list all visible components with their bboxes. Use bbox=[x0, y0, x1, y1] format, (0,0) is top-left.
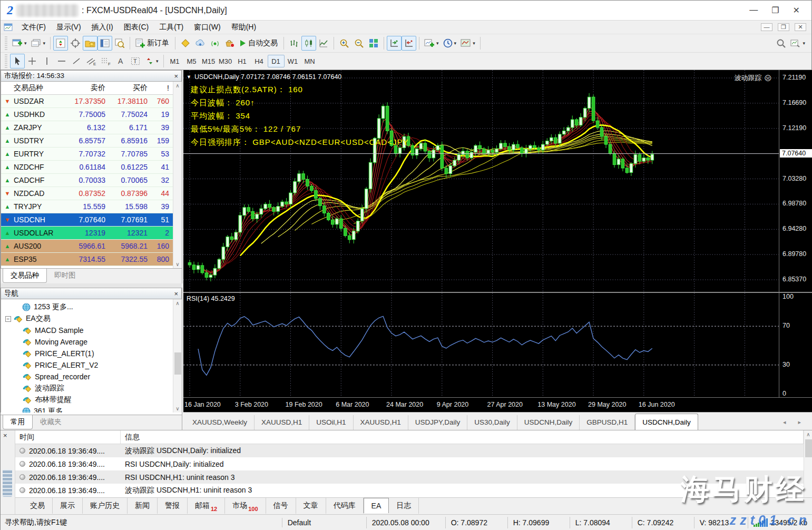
tree-item-5[interactable]: PRICE_ALERT_V2 bbox=[1, 359, 173, 371]
navigator-toggle[interactable] bbox=[83, 36, 97, 51]
profiles-button[interactable]: ▾ bbox=[29, 36, 48, 51]
autotrading-button[interactable]: 自动交易 bbox=[237, 36, 281, 51]
cloud-button[interactable] bbox=[193, 36, 208, 51]
scroll-thumb[interactable] bbox=[174, 352, 181, 375]
rsi-subwindow[interactable]: RSI(14) 45.2429 10070300 bbox=[183, 292, 812, 397]
chart-shift-button[interactable] bbox=[402, 36, 416, 51]
market-watch-row-nzdcad[interactable]: ▼NZDCAD0.873520.8739644 bbox=[1, 187, 182, 200]
menu-item-4[interactable]: 工具(T) bbox=[154, 22, 189, 32]
text-tool[interactable]: A bbox=[113, 54, 128, 68]
chart-tab-5[interactable]: US30,Daily bbox=[467, 415, 517, 430]
mdi-close-button[interactable]: ✕ bbox=[795, 23, 806, 31]
terminal-col-0[interactable]: 时间 bbox=[15, 430, 121, 444]
mdi-minimize-button[interactable]: — bbox=[761, 23, 772, 31]
bar-chart-button[interactable] bbox=[287, 36, 301, 51]
terminal-scrollbar[interactable]: ∧ bbox=[804, 430, 812, 498]
terminal-tab-日志[interactable]: 日志 bbox=[389, 498, 419, 514]
scroll-down-icon[interactable]: ∨ bbox=[175, 406, 179, 411]
collapse-indicator-icon[interactable]: ▼ bbox=[187, 74, 191, 80]
arrows-tool[interactable]: ▾ bbox=[143, 54, 161, 68]
search-button[interactable] bbox=[774, 36, 788, 51]
tab-scroll-arrows[interactable]: ◂ ▸ bbox=[777, 419, 812, 430]
terminal-log-row-1[interactable]: 2020.06.18 19:36:49....RSI USDCNH,Daily:… bbox=[15, 457, 804, 470]
market-watch-row-zarjpy[interactable]: ▲ZARJPY6.1326.17139 bbox=[1, 121, 182, 134]
tree-item-8[interactable]: 布林带提醒 bbox=[1, 394, 173, 406]
market-button[interactable] bbox=[222, 36, 237, 51]
zoom-out-button[interactable] bbox=[351, 36, 366, 51]
timeframe-m15[interactable]: M15 bbox=[200, 55, 217, 67]
menu-item-0[interactable]: 文件(F) bbox=[16, 22, 51, 32]
terminal-log-row-2[interactable]: 2020.06.18 19:36:49....RSI USDCNH,H1: un… bbox=[15, 470, 804, 484]
trendline-tool[interactable] bbox=[69, 54, 84, 68]
new-order-button[interactable]: 新订单 bbox=[133, 36, 172, 51]
market-watch-row-usdtry[interactable]: ▲USDTRY6.857576.85916159 bbox=[1, 134, 182, 148]
terminal-log-row-3[interactable]: 2020.06.18 19:36:49....波动跟踪 USDCNH,H1: u… bbox=[15, 484, 804, 497]
market-watch-row-usdollar[interactable]: ▲USDOLLAR12319123212 bbox=[1, 227, 182, 240]
fibonacci-tool[interactable]: F bbox=[99, 54, 113, 68]
close-button[interactable]: ✕ bbox=[793, 5, 800, 15]
chart-tab-0[interactable]: XAUUSD,Weekly bbox=[185, 415, 255, 430]
maximize-button[interactable]: ❐ bbox=[771, 5, 779, 15]
scroll-up-icon[interactable]: ∧ bbox=[175, 300, 179, 306]
market-watch-close-icon[interactable]: × bbox=[174, 72, 178, 80]
market-watch-row-nzdchf[interactable]: ▲NZDCHF0.611840.6122541 bbox=[1, 161, 182, 174]
sad-face-icon[interactable]: ☹ bbox=[764, 74, 771, 82]
navigator-tab-0[interactable]: 常用 bbox=[3, 415, 33, 429]
chart-tab-7[interactable]: GBPUSD,H1 bbox=[580, 415, 635, 430]
timeframe-h4[interactable]: H4 bbox=[251, 55, 268, 67]
terminal-tab-交易[interactable]: 交易 bbox=[23, 498, 53, 514]
terminal-col-1[interactable]: 信息 bbox=[121, 430, 804, 444]
menu-item-2[interactable]: 插入(I) bbox=[86, 22, 119, 32]
tree-item-0[interactable]: 1253 更多... bbox=[1, 301, 173, 313]
periods-button[interactable]: ▾ bbox=[441, 36, 459, 51]
timeframe-d1[interactable]: D1 bbox=[268, 55, 285, 67]
timeframe-h1[interactable]: H1 bbox=[234, 55, 251, 67]
channel-tool[interactable]: E bbox=[84, 54, 99, 68]
tree-item-2[interactable]: MACD Sample bbox=[1, 325, 173, 336]
scroll-up-icon[interactable]: ∧ bbox=[806, 431, 810, 437]
candlestick-plot[interactable] bbox=[183, 70, 779, 292]
tree-item-9[interactable]: 361 更多... bbox=[1, 406, 173, 413]
terminal-tab-代码库[interactable]: 代码库 bbox=[326, 498, 364, 514]
chart-tab-2[interactable]: USOil,H1 bbox=[309, 415, 353, 430]
metaeditor-button[interactable] bbox=[178, 36, 193, 51]
terminal-tab-邮箱[interactable]: 邮箱12 bbox=[188, 498, 225, 514]
new-chart-button[interactable]: ▾ bbox=[10, 36, 29, 51]
timeframe-mn[interactable]: MN bbox=[301, 55, 318, 67]
mdi-restore-button[interactable]: ❐ bbox=[778, 23, 789, 31]
col-bid[interactable]: 卖价 bbox=[66, 83, 110, 93]
menu-item-5[interactable]: 窗口(W) bbox=[189, 22, 226, 32]
terminal-grip[interactable] bbox=[3, 469, 12, 497]
market-watch-tab-1[interactable]: 即时图 bbox=[47, 269, 83, 282]
candle-chart-button[interactable] bbox=[301, 36, 316, 51]
market-watch-tab-0[interactable]: 交易品种 bbox=[3, 269, 47, 283]
timeframe-m30[interactable]: M30 bbox=[217, 55, 234, 67]
signals-button[interactable] bbox=[208, 36, 222, 51]
navigator-close-icon[interactable]: × bbox=[174, 290, 178, 298]
terminal-tab-市场[interactable]: 市场100 bbox=[225, 498, 266, 514]
market-watch-row-eurtry[interactable]: ▲EURTRY7.707327.7078553 bbox=[1, 148, 182, 161]
navigator-scrollbar[interactable]: ∧ ∨ bbox=[173, 299, 182, 413]
chart-tab-1[interactable]: XAUUSD,H1 bbox=[255, 415, 309, 430]
market-watch-scrollbar[interactable]: ∧ ∨ bbox=[173, 82, 182, 268]
timeframe-m1[interactable]: M1 bbox=[167, 55, 183, 67]
minimize-button[interactable]: — bbox=[749, 5, 758, 15]
hline-tool[interactable] bbox=[54, 54, 69, 68]
timeframe-w1[interactable]: W1 bbox=[285, 55, 301, 67]
menu-item-1[interactable]: 显示(V) bbox=[51, 22, 86, 32]
chart-tab-4[interactable]: USDJPY,Daily bbox=[408, 415, 467, 430]
vline-tool[interactable] bbox=[40, 54, 54, 68]
terminal-tab-新闻[interactable]: 新闻 bbox=[128, 498, 158, 514]
tree-item-6[interactable]: Spread_recorder bbox=[1, 371, 173, 382]
strategy-tester-button[interactable] bbox=[112, 36, 127, 51]
chart-tab-8[interactable]: USDCNH,Daily bbox=[635, 414, 698, 430]
chart-tab-6[interactable]: USDCNH,Daily bbox=[517, 415, 580, 430]
status-template[interactable]: Default bbox=[282, 517, 367, 528]
cursor-tool[interactable] bbox=[10, 54, 25, 68]
market-watch-row-usdcnh[interactable]: ▼USDCNH7.076407.0769151 bbox=[1, 213, 182, 227]
auto-scroll-button[interactable] bbox=[387, 36, 402, 51]
col-ask[interactable]: 买价 bbox=[110, 83, 152, 93]
terminal-log-row-0[interactable]: 2020.06.18 19:36:49....波动跟踪 USDCNH,Daily… bbox=[15, 444, 804, 457]
col-spread[interactable]: ! bbox=[152, 84, 173, 92]
market-watch-row-usdhkd[interactable]: ▲USDHKD7.750057.7502419 bbox=[1, 108, 182, 121]
